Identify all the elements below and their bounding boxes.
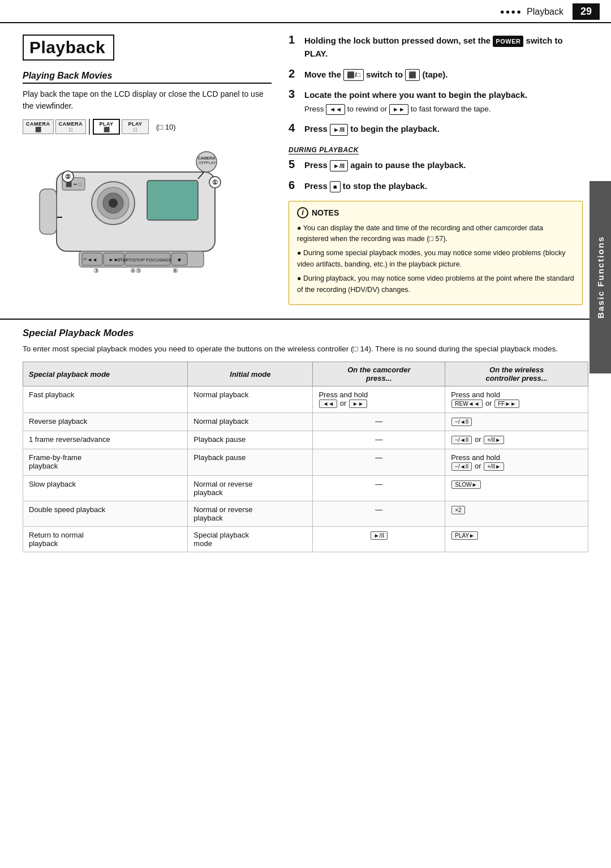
notes-icon: i — [297, 207, 308, 218]
step-2-content: Move the ⬛/□ switch to ⬛ (tape). — [304, 68, 448, 81]
power-badge: POWER — [493, 36, 523, 48]
step-4-num: 4 — [289, 122, 304, 135]
left-column: Playback Playing Back Movies Play back t… — [23, 35, 283, 305]
svg-text:START/STOP  FOCUSASSIST: START/STOP FOCUSASSIST — [117, 257, 178, 263]
table-cell-camcorder: Press and hold◄◄ or ►► — [313, 386, 445, 413]
during-playback-heading: During Playback — [289, 146, 359, 154]
rew-wireless-key: REW◄◄ — [451, 399, 483, 408]
notes-title: i NOTES — [297, 207, 574, 218]
step-3-sub: Press ◄◄ to rewind or ►► to fast forward… — [304, 104, 527, 115]
step-5: 5 Press ►/II again to pause the playback… — [289, 159, 583, 172]
table-cell-mode: Fast playback — [23, 386, 188, 413]
table-header-camcorder: On the camcorderpress... — [313, 362, 445, 386]
table-cell-wireless: −/◄II or +/II► — [445, 431, 588, 449]
table-cell-wireless: Press and hold−/◄II or +/II► — [445, 449, 588, 476]
table-cell-wireless: ×2 — [445, 501, 588, 527]
table-cell-initial: Playback pause — [188, 431, 313, 449]
step-1-content: Holding the lock button pressed down, se… — [304, 35, 583, 61]
play-pause-badge: ►/II — [330, 124, 348, 136]
table-cell-mode: Return to normalplayback — [23, 527, 188, 552]
tape-switch-badge: ⬛/□ — [343, 69, 364, 81]
play-pause-badge-5: ►/II — [330, 160, 348, 172]
step-6-num: 6 — [289, 179, 304, 192]
table-cell-mode: 1 frame reverse/advance — [23, 431, 188, 449]
playback-table: Special playback mode Initial mode On th… — [23, 362, 588, 552]
main-content: Playback Playing Back Movies Play back t… — [0, 23, 611, 316]
frame-rev-key: −/◄II — [451, 436, 472, 444]
notes-item-2: During some special playback modes, you … — [297, 248, 574, 270]
table-cell-wireless: Press and holdREW◄◄ or FF►► — [445, 386, 588, 413]
ff-key: ►► — [349, 399, 367, 408]
special-modes-text: To enter most special playback modes you… — [23, 343, 588, 355]
step-4-content: Press ►/II to begin the playback. — [304, 123, 440, 136]
page-title: Playback — [23, 35, 114, 61]
step-6-content: Press ■ to stop the playback. — [304, 180, 427, 193]
notes-item-1: You can display the date and time of the… — [297, 223, 574, 245]
step-5-num: 5 — [289, 158, 304, 171]
svg-text:W: W — [83, 257, 87, 261]
svg-text:③: ③ — [93, 267, 99, 274]
table-cell-wireless: PLAY► — [445, 527, 588, 552]
reverse-key: −/◄II — [451, 418, 472, 426]
section-text-playback: Play back the tape on the LCD display or… — [23, 88, 272, 112]
ff-wireless-key: FF►► — [494, 399, 519, 408]
table-cell-mode: Frame-by-frameplayback — [23, 449, 188, 476]
step-3-content: Locate the point where you want to begin… — [304, 89, 527, 115]
table-cell-mode: Double speed playback — [23, 501, 188, 527]
step-1-num: 1 — [289, 33, 304, 46]
step-1: 1 Holding the lock button pressed down, … — [289, 35, 583, 61]
table-cell-camcorder: — — [313, 476, 445, 501]
table-cell-camcorder: — — [313, 431, 445, 449]
step-3: 3 Locate the point where you want to beg… — [289, 89, 583, 115]
stop-badge: ■ — [330, 181, 341, 193]
mode-btn-play1: PLAY ⬛ — [93, 119, 120, 135]
svg-point-4 — [109, 199, 118, 208]
table-cell-mode: Reverse playback — [23, 413, 188, 431]
fbf-adv-key: +/II► — [484, 462, 504, 471]
table-row: Slow playback Normal or reverseplayback … — [23, 476, 588, 501]
table-cell-initial: Normal or reverseplayback — [188, 501, 313, 527]
notes-item-3: During playback, you may notice some vid… — [297, 273, 574, 295]
table-cell-camcorder: ►/II — [313, 527, 445, 552]
table-cell-initial: Normal or reverseplayback — [188, 476, 313, 501]
table-cell-wireless: −/◄II — [445, 413, 588, 431]
table-cell-camcorder: — — [313, 413, 445, 431]
svg-text:④⑤: ④⑤ — [130, 267, 141, 274]
tape-badge: ⬛ — [405, 69, 420, 81]
step-3-num: 3 — [289, 88, 304, 101]
special-modes-heading: Special Playback Modes — [23, 328, 588, 339]
step-6: 6 Press ■ to stop the playback. — [289, 180, 583, 193]
svg-text:■: ■ — [178, 257, 180, 263]
table-cell-mode: Slow playback — [23, 476, 188, 501]
svg-text:OFF: OFF — [199, 161, 206, 165]
table-header-wireless: On the wirelesscontroller press... — [445, 362, 588, 386]
svg-text:PLAY: PLAY — [206, 161, 216, 165]
table-cell-initial: Playback pause — [188, 449, 313, 476]
step-2-num: 2 — [289, 67, 304, 80]
table-cell-initial: Normal playback — [188, 386, 313, 413]
mode-btn-camera1: CAMERA ⬛ — [23, 119, 54, 134]
sidebar-label: Basic Functions — [590, 181, 611, 373]
svg-text:CAMERA: CAMERA — [198, 156, 216, 160]
mode-btn-play2: PLAY □ — [122, 119, 149, 134]
table-row: Return to normalplayback Special playbac… — [23, 527, 588, 552]
rew-key: ◄◄ — [319, 399, 337, 408]
table-cell-initial: Special playbackmode — [188, 527, 313, 552]
table-cell-camcorder: — — [313, 501, 445, 527]
frame-adv-key: +/II► — [484, 436, 504, 444]
svg-text:◄◄: ◄◄ — [87, 257, 97, 263]
header-dots: ●●●● — [500, 7, 522, 16]
ff-badge: ►► — [389, 104, 408, 115]
divider — [89, 119, 90, 135]
svg-text:⑥: ⑥ — [173, 267, 178, 274]
mode-ref: (□ 10) — [156, 123, 176, 131]
table-row: Fast playback Normal playback Press and … — [23, 386, 588, 413]
step-2: 2 Move the ⬛/□ switch to ⬛ (tape). — [289, 68, 583, 81]
svg-text:①: ① — [212, 179, 218, 186]
table-cell-wireless: SLOW► — [445, 476, 588, 501]
right-column: 1 Holding the lock button pressed down, … — [283, 35, 583, 305]
mode-btn-camera2: CAMERA □ — [55, 119, 87, 134]
fbf-rev-key: −/◄II — [451, 462, 472, 471]
svg-text:②: ② — [65, 173, 71, 180]
table-cell-initial: Normal playback — [188, 413, 313, 431]
